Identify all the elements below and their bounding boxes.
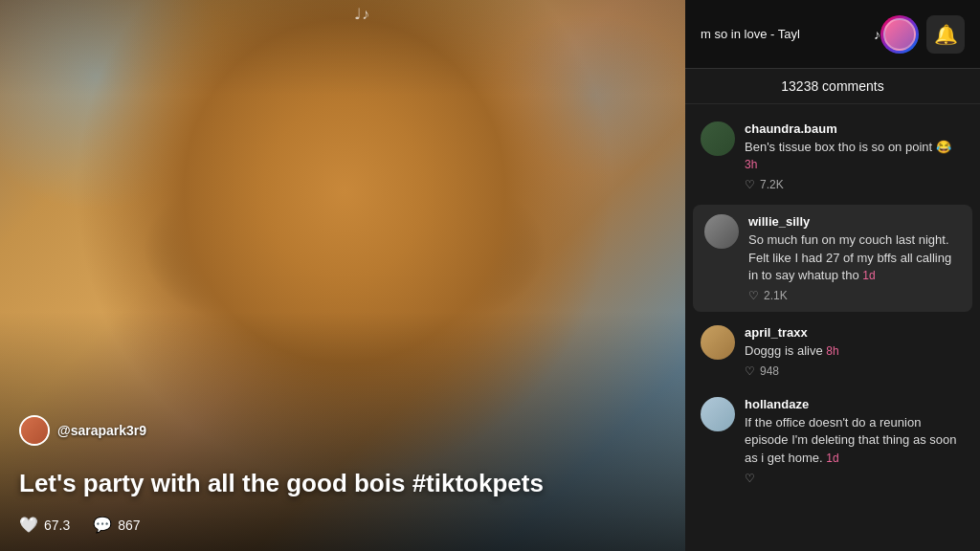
- comment-footer: ♡ 2.1K: [748, 289, 961, 302]
- creator-avatar: [19, 415, 50, 446]
- comments-count-video: 867: [118, 518, 140, 533]
- avatar: [701, 397, 735, 431]
- music-note-icon: ♪: [874, 27, 880, 42]
- heart-icon: ♡: [745, 364, 755, 378]
- comment-time: 8h: [826, 344, 838, 358]
- comment-username: chaundra.baum: [745, 121, 965, 136]
- comments-list[interactable]: chaundra.baum Ben's tissue box tho is so…: [685, 104, 980, 551]
- comment-time: 3h: [745, 158, 757, 171]
- comment-text: Doggg is alive 8h: [745, 342, 965, 360]
- comment-body: hollandaze If the office doesn't do a re…: [745, 397, 965, 485]
- comments-panel: m so in love - Tayl ♪ 🔔 13238 comments c…: [685, 0, 980, 551]
- likes-count: 67.3: [44, 518, 70, 533]
- comment-footer: ♡ 948: [745, 364, 965, 378]
- comments-stat: 💬 867: [93, 516, 140, 534]
- heart-icon: 🤍: [19, 516, 38, 534]
- comment-username: april_traxx: [745, 325, 965, 340]
- notification-button[interactable]: 🔔: [926, 15, 965, 54]
- avatar: [701, 325, 735, 360]
- heart-icon: ♡: [745, 178, 755, 191]
- video-panel: ♩♪ @sarapark3r9 Let's party with all the…: [0, 0, 685, 551]
- heart-icon: ♡: [748, 289, 759, 302]
- video-caption: Let's party with all the good bois #tikt…: [19, 468, 647, 499]
- comment-footer: ♡: [745, 472, 965, 485]
- comment-body: chaundra.baum Ben's tissue box tho is so…: [745, 121, 965, 191]
- comments-total: 13238 comments: [685, 69, 980, 104]
- comment-text: If the office doesn't do a reunion episo…: [745, 414, 965, 467]
- now-playing: m so in love - Tayl ♪: [701, 27, 880, 42]
- comment-item: hollandaze If the office doesn't do a re…: [685, 387, 980, 495]
- header-bar: m so in love - Tayl ♪ 🔔: [685, 0, 980, 69]
- video-stats: 🤍 67.3 💬 867: [19, 516, 141, 534]
- comment-likes: 7.2K: [760, 178, 784, 191]
- comment-username: willie_silly: [748, 214, 961, 229]
- comment-item: chaundra.baum Ben's tissue box tho is so…: [685, 112, 980, 201]
- comment-body: april_traxx Doggg is alive 8h ♡ 948: [745, 325, 965, 378]
- likes-stat: 🤍 67.3: [19, 516, 70, 534]
- avatar: [704, 214, 739, 249]
- song-title: m so in love - Tayl: [701, 27, 860, 41]
- comment-time: 1d: [862, 269, 875, 282]
- comment-likes: 948: [760, 364, 779, 378]
- heart-icon: ♡: [745, 472, 755, 485]
- comment-text: Ben's tissue box tho is so on point 😂 3h: [745, 139, 965, 173]
- comment-text: So much fun on my couch last night. Felt…: [748, 231, 961, 284]
- music-decoration: ♩♪: [354, 5, 369, 23]
- profile-button[interactable]: [880, 15, 919, 54]
- creator-info: @sarapark3r9: [19, 415, 146, 446]
- avatar: [701, 121, 735, 156]
- comment-likes: 2.1K: [764, 289, 788, 302]
- comment-footer: ♡ 7.2K: [745, 178, 965, 191]
- bell-icon: 🔔: [934, 23, 958, 46]
- comment-item-highlighted: willie_silly So much fun on my couch las…: [693, 205, 972, 312]
- comment-body: willie_silly So much fun on my couch las…: [748, 214, 961, 302]
- comment-icon: 💬: [93, 516, 112, 534]
- comment-item: april_traxx Doggg is alive 8h ♡ 948: [685, 316, 980, 387]
- profile-avatar: [883, 18, 916, 51]
- top-gradient: [0, 0, 685, 96]
- comment-username: hollandaze: [745, 397, 965, 411]
- comment-time: 1d: [826, 452, 838, 465]
- creator-username: @sarapark3r9: [57, 423, 146, 438]
